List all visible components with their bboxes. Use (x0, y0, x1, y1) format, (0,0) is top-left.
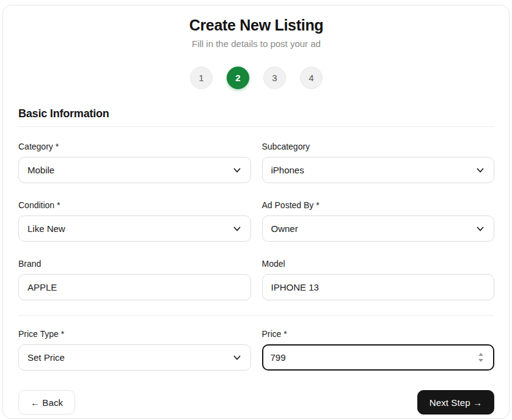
basic-info-grid: Category * Mobile Subcategory iPhones Co… (18, 140, 494, 300)
price-type-label: Price Type * (18, 328, 251, 340)
field-price-type: Price Type * Set Price (18, 328, 251, 371)
condition-select[interactable]: Like New (18, 215, 251, 242)
price-input[interactable] (271, 352, 477, 363)
field-brand: Brand (18, 258, 251, 300)
price-type-selected-value: Set Price (27, 352, 65, 363)
field-price: Price * (262, 328, 495, 371)
model-input[interactable] (262, 274, 495, 300)
chevron-down-icon (475, 224, 485, 234)
section-title: Basic Information (18, 106, 494, 121)
chevron-down-icon (475, 165, 485, 175)
step-circle-1[interactable]: 1 (190, 67, 213, 89)
price-section-divider (18, 315, 494, 316)
page-title: Create New Listing (18, 15, 494, 35)
field-ad-posted-by: Ad Posted By * Owner (262, 199, 495, 242)
price-label: Price * (262, 328, 495, 340)
price-type-select[interactable]: Set Price (18, 344, 251, 371)
subcategory-select[interactable]: iPhones (262, 157, 495, 183)
page-subtitle: Fill in the details to post your ad (18, 38, 494, 50)
subcategory-label: Subcategory (262, 140, 495, 153)
chevron-down-icon (232, 353, 242, 363)
condition-selected-value: Like New (27, 223, 65, 234)
price-grid: Price Type * Set Price Price * (18, 328, 494, 371)
section-divider (18, 126, 494, 127)
number-stepper[interactable] (476, 352, 486, 363)
ad-posted-by-select[interactable]: Owner (262, 215, 495, 242)
ad-posted-by-selected-value: Owner (271, 223, 298, 234)
model-label: Model (262, 258, 495, 270)
subcategory-selected-value: iPhones (271, 165, 304, 175)
step-circle-2-active[interactable]: 2 (227, 67, 249, 89)
chevron-down-icon (232, 165, 242, 175)
step-indicator: 1 2 3 4 (18, 67, 494, 89)
back-button[interactable]: ← Back (18, 390, 75, 415)
stepper-up-icon[interactable] (478, 353, 483, 356)
brand-label: Brand (18, 258, 251, 270)
brand-input[interactable] (18, 274, 251, 300)
category-selected-value: Mobile (27, 165, 54, 175)
form-footer: ← Back Next Step → (18, 390, 494, 415)
field-category: Category * Mobile (18, 140, 251, 183)
create-listing-card: Create New Listing Fill in the details t… (2, 5, 510, 419)
field-subcategory: Subcategory iPhones (262, 140, 495, 183)
category-label: Category * (18, 140, 251, 153)
next-step-button[interactable]: Next Step → (417, 390, 494, 415)
price-input-wrapper (262, 344, 495, 371)
chevron-down-icon (232, 224, 242, 234)
stepper-down-icon[interactable] (478, 359, 483, 362)
ad-posted-by-label: Ad Posted By * (262, 199, 495, 211)
category-select[interactable]: Mobile (18, 157, 251, 183)
field-model: Model (262, 258, 495, 300)
step-circle-4[interactable]: 4 (300, 67, 323, 89)
condition-label: Condition * (18, 199, 251, 211)
field-condition: Condition * Like New (18, 199, 251, 242)
step-circle-3[interactable]: 3 (263, 67, 286, 89)
